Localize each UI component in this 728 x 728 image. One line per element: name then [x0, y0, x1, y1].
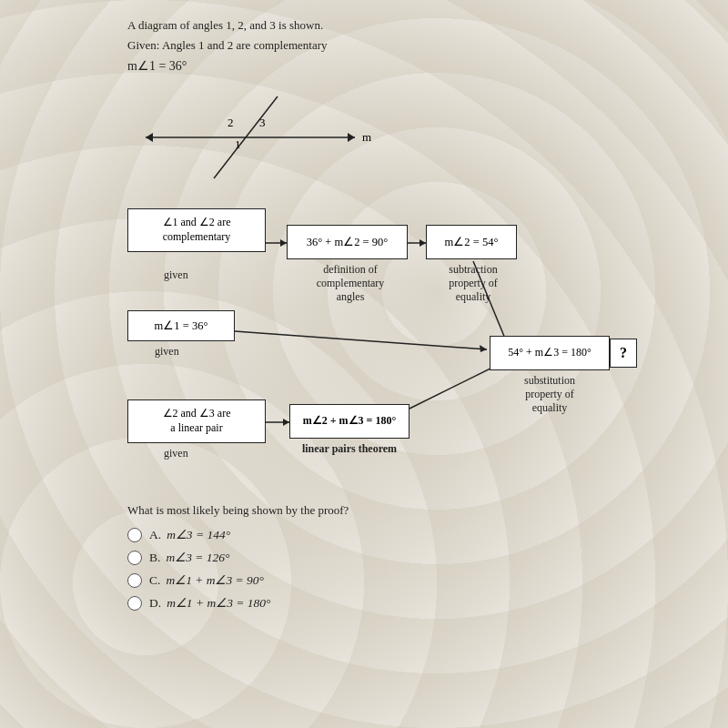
proof-label-5: substitutionproperty ofequality [490, 374, 610, 415]
choice-d-math: m∠1 + m∠3 = 180° [167, 595, 270, 611]
proof-box-3: m∠2 = 54° [426, 225, 517, 259]
angle-equation: m∠1 = 36° [127, 58, 701, 74]
choice-d[interactable]: D. m∠1 + m∠3 = 180° [127, 595, 701, 611]
svg-marker-17 [480, 345, 487, 352]
proof-box-2: 36° + m∠2 = 90° [287, 225, 408, 259]
svg-line-5 [214, 137, 246, 178]
choice-d-label: D. [149, 596, 161, 611]
radio-d[interactable] [127, 596, 142, 611]
svg-marker-19 [283, 419, 289, 426]
given-text: Given: Angles 1 and 2 are complementary [127, 38, 701, 53]
proof-label-4: given [155, 345, 179, 359]
proof-label-2: definition ofcomplementaryangles [296, 263, 405, 304]
radio-a[interactable] [127, 528, 142, 542]
choice-b-math: m∠3 = 126° [166, 550, 229, 565]
svg-marker-3 [348, 133, 355, 142]
proof-label-7: linear pairs theorem [289, 442, 410, 456]
proof-container: ∠1 and ∠2 arecomplementary given 36° + m… [127, 208, 637, 490]
choice-a-math: m∠3 = 144° [167, 527, 230, 542]
radio-b[interactable] [127, 551, 142, 565]
svg-line-16 [235, 331, 487, 349]
choice-a-label: A. [149, 528, 161, 542]
proof-box-6: ∠2 and ∠3 area linear pair [127, 399, 266, 443]
choice-b-label: B. [149, 551, 160, 565]
intro-text: A diagram of angles 1, 2, and 3 is shown… [127, 18, 701, 33]
choice-c[interactable]: C. m∠1 + m∠3 = 90° [127, 572, 701, 588]
svg-text:1: 1 [235, 137, 241, 151]
proof-box-4: m∠1 = 36° [127, 310, 235, 341]
svg-text:3: 3 [259, 116, 266, 129]
svg-text:m: m [362, 130, 371, 144]
proof-box-question: ? [610, 339, 637, 368]
diagram-area: 2 3 1 m [136, 83, 519, 192]
proof-box-7: m∠2 + m∠3 = 180° [289, 404, 410, 439]
choice-c-label: C. [149, 573, 160, 588]
proof-label-1: given [164, 268, 188, 282]
proof-label-3: subtractionproperty ofequality [428, 263, 519, 304]
proof-label-6: given [164, 447, 188, 460]
diagram-svg: 2 3 1 m [136, 83, 410, 183]
choice-a[interactable]: A. m∠3 = 144° [127, 527, 701, 542]
svg-marker-13 [420, 239, 426, 247]
choice-b[interactable]: B. m∠3 = 126° [127, 550, 701, 565]
radio-c[interactable] [127, 573, 142, 588]
svg-text:2: 2 [228, 116, 234, 129]
proof-box-1: ∠1 and ∠2 arecomplementary [127, 208, 266, 252]
svg-marker-11 [280, 239, 287, 247]
svg-marker-1 [146, 133, 153, 142]
proof-box-5: 54° + m∠3 = 180° [490, 336, 610, 370]
choice-c-math: m∠1 + m∠3 = 90° [166, 572, 264, 588]
question-text: What is most likely being shown by the p… [127, 503, 701, 518]
